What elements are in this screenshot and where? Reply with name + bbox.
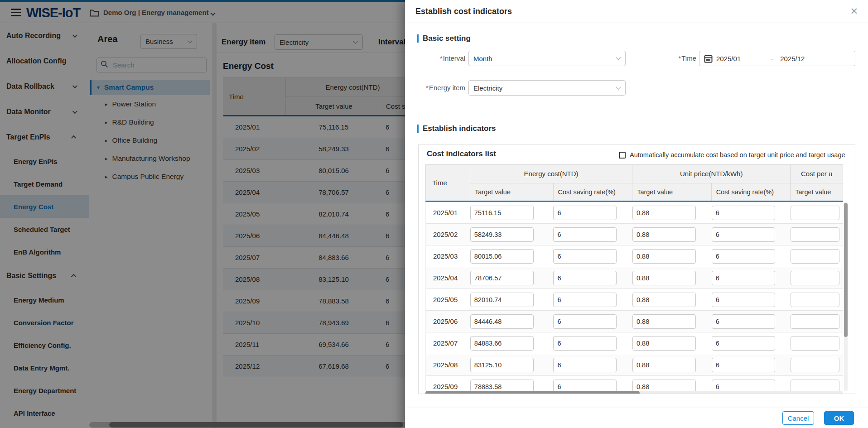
cost-saving-rate-input[interactable] [553, 293, 617, 307]
table-row: 2025/08 [426, 354, 843, 376]
unit-price-saving-rate-input[interactable] [712, 336, 775, 351]
table-row: 2025/04 [426, 267, 843, 289]
table-horizontal-scrollbar-track[interactable] [425, 391, 843, 394]
row-time: 2025/05 [426, 296, 470, 303]
cost-indicators-panel: Cost indicators list Automatically accum… [418, 144, 855, 394]
cost-target-input[interactable] [470, 358, 534, 372]
cost-saving-rate-input[interactable] [553, 336, 617, 351]
cost-target-input[interactable] [470, 314, 534, 329]
unit-price-target-input[interactable] [632, 358, 696, 372]
time-field-label: *Time [641, 51, 696, 66]
row-time: 2025/01 [426, 209, 470, 216]
interval-select[interactable]: Month [468, 51, 626, 66]
cost-per-unit-target-input[interactable] [791, 249, 839, 264]
cancel-button[interactable]: Cancel [782, 411, 814, 425]
unit-price-target-input[interactable] [632, 336, 696, 351]
ok-button[interactable]: OK [824, 411, 854, 425]
cost-target-input[interactable] [470, 249, 534, 264]
sub-saving-header: Cost saving rate(%) [554, 183, 633, 201]
sub-saving-header: Cost saving rate(%) [712, 183, 791, 201]
cost-per-unit-target-input[interactable] [791, 380, 839, 391]
unit-price-saving-rate-input[interactable] [712, 358, 775, 372]
cost-target-input[interactable] [470, 293, 534, 307]
row-time: 2025/07 [426, 339, 470, 347]
group-energy-cost-header: Energy cost(NTD) [470, 165, 632, 183]
chevron-down-icon [616, 55, 621, 60]
table-vertical-scrollbar-thumb[interactable] [844, 203, 848, 337]
table-row: 2025/09 [426, 376, 843, 391]
establish-indicators-section: Establish indicators [417, 124, 496, 133]
cost-per-unit-target-input[interactable] [791, 206, 839, 220]
table-horizontal-scrollbar-thumb[interactable] [425, 391, 640, 394]
calendar-icon [704, 54, 713, 63]
section-accent-bar [417, 125, 419, 133]
time-to-value: 2025/12 [780, 55, 805, 63]
close-icon[interactable]: ✕ [850, 5, 858, 17]
col-time-header: Time [426, 165, 470, 201]
cost-target-input[interactable] [470, 206, 534, 220]
indicators-table: Time Energy cost(NTD) Unit price(NTD/kWh… [425, 164, 843, 391]
table-row: 2025/07 [426, 332, 843, 354]
unit-price-saving-rate-input[interactable] [712, 206, 775, 220]
dialog-footer: Cancel OK [405, 408, 868, 428]
cost-saving-rate-input[interactable] [553, 206, 617, 220]
cost-per-unit-target-input[interactable] [791, 227, 839, 242]
dialog-header: Establish cost indicators ✕ [405, 0, 868, 23]
unit-price-saving-rate-input[interactable] [712, 314, 775, 329]
unit-price-target-input[interactable] [632, 227, 696, 242]
energy-item-select-modal[interactable]: Electricity [468, 80, 626, 96]
time-range-picker[interactable]: 2025/01 - 2025/12 [699, 51, 855, 66]
dialog-title: Establish cost indicators [415, 0, 512, 23]
app-window: WISE-IoT Demo Org | Energy management Au… [0, 0, 868, 428]
cost-saving-rate-input[interactable] [553, 249, 617, 264]
cost-per-unit-target-input[interactable] [791, 358, 839, 372]
cost-target-input[interactable] [470, 227, 534, 242]
unit-price-saving-rate-input[interactable] [712, 293, 775, 307]
unit-price-saving-rate-input[interactable] [712, 271, 775, 285]
table-row: 2025/05 [426, 289, 843, 311]
cost-saving-rate-input[interactable] [553, 227, 617, 242]
auto-accumulate-label: Automatically accumulate cost based on t… [630, 151, 845, 159]
table-row: 2025/06 [426, 311, 843, 332]
row-time: 2025/02 [426, 231, 470, 238]
row-time: 2025/06 [426, 317, 470, 325]
cost-target-input[interactable] [470, 271, 534, 285]
table-row: 2025/03 [426, 245, 843, 267]
interval-field-label: *Interval [405, 51, 465, 66]
cost-target-input[interactable] [470, 380, 534, 391]
time-range-separator: - [771, 55, 773, 63]
unit-price-target-input[interactable] [632, 293, 696, 307]
establish-cost-indicators-dialog: Establish cost indicators ✕ Basic settin… [405, 0, 868, 428]
row-time: 2025/08 [426, 361, 470, 369]
unit-price-target-input[interactable] [632, 271, 696, 285]
sub-target-header: Target value [632, 183, 712, 201]
cost-per-unit-target-input[interactable] [791, 314, 839, 329]
group-cost-per-unit-header: Cost per u [791, 165, 843, 183]
unit-price-target-input[interactable] [632, 249, 696, 264]
cost-per-unit-target-input[interactable] [791, 336, 839, 351]
cost-per-unit-target-input[interactable] [791, 271, 839, 285]
cost-saving-rate-input[interactable] [553, 380, 617, 391]
cost-target-input[interactable] [470, 336, 534, 351]
sub-target-header: Target value [791, 183, 843, 201]
cost-indicators-list-title: Cost indicators list [427, 149, 496, 159]
basic-setting-section: Basic setting [417, 34, 471, 43]
cost-saving-rate-input[interactable] [553, 314, 617, 329]
unit-price-saving-rate-input[interactable] [712, 227, 775, 242]
row-time: 2025/04 [426, 274, 470, 282]
energy-item-field-label: *Energy item [405, 80, 465, 96]
sub-target-header: Target value [470, 183, 554, 201]
cost-saving-rate-input[interactable] [553, 271, 617, 285]
table-row: 2025/02 [426, 224, 843, 245]
auto-accumulate-checkbox[interactable] [619, 152, 626, 159]
unit-price-target-input[interactable] [632, 206, 696, 220]
unit-price-target-input[interactable] [632, 380, 696, 391]
chevron-down-icon [616, 84, 621, 89]
row-time: 2025/09 [426, 383, 470, 390]
cost-saving-rate-input[interactable] [553, 358, 617, 372]
unit-price-saving-rate-input[interactable] [712, 249, 775, 264]
unit-price-saving-rate-input[interactable] [712, 380, 775, 391]
unit-price-target-input[interactable] [632, 314, 696, 329]
indicators-table-header: Time Energy cost(NTD) Unit price(NTD/kWh… [425, 164, 843, 202]
cost-per-unit-target-input[interactable] [791, 293, 839, 307]
